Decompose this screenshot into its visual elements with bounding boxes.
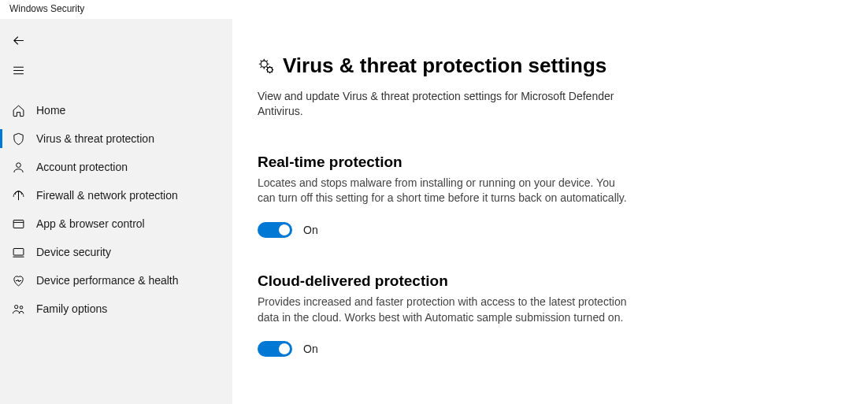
nav-label: Virus & threat protection xyxy=(36,132,154,145)
hamburger-icon xyxy=(12,64,25,77)
app-browser-icon xyxy=(11,217,25,231)
section-cloud: Cloud-delivered protection Provides incr… xyxy=(258,272,628,357)
svg-point-4 xyxy=(20,306,23,309)
nav-label: Account protection xyxy=(36,161,128,173)
section-desc: Provides increased and faster protection… xyxy=(258,295,628,325)
nav-label: Device performance & health xyxy=(36,274,179,287)
nav-label: App & browser control xyxy=(36,217,145,230)
cloud-toggle[interactable] xyxy=(258,341,292,357)
svg-point-5 xyxy=(261,61,267,67)
settings-gear-icon xyxy=(258,57,275,75)
nav-label: Home xyxy=(36,104,65,117)
back-button[interactable] xyxy=(2,25,35,55)
nav-firewall[interactable]: Firewall & network protection xyxy=(0,181,232,209)
nav-label: Firewall & network protection xyxy=(36,189,178,202)
nav-family[interactable]: Family options xyxy=(0,295,232,323)
section-title: Cloud-delivered protection xyxy=(258,272,628,290)
section-title: Real-time protection xyxy=(258,154,628,171)
nav-account[interactable]: Account protection xyxy=(0,153,232,181)
page-header: Virus & threat protection settings xyxy=(258,54,868,78)
toggle-state: On xyxy=(303,224,318,236)
back-arrow-icon xyxy=(12,34,25,47)
nav-home[interactable]: Home xyxy=(0,96,232,124)
nav-device-performance[interactable]: Device performance & health xyxy=(0,266,232,295)
svg-rect-1 xyxy=(13,220,24,228)
app-title: Windows Security xyxy=(0,0,868,19)
nav-app-browser[interactable]: App & browser control xyxy=(0,209,232,238)
shield-icon xyxy=(11,132,25,146)
heart-icon xyxy=(11,273,25,287)
nav-device-security[interactable]: Device security xyxy=(0,238,232,266)
svg-point-6 xyxy=(267,67,272,72)
sidebar: Home Virus & threat protection Account p… xyxy=(0,19,232,404)
network-icon xyxy=(11,188,25,202)
person-icon xyxy=(11,160,25,174)
svg-point-3 xyxy=(14,305,17,308)
family-icon xyxy=(11,302,25,316)
nav-label: Family options xyxy=(36,302,107,315)
nav: Home Virus & threat protection Account p… xyxy=(0,96,232,323)
section-realtime: Real-time protection Locates and stops m… xyxy=(258,154,628,238)
nav-label: Device security xyxy=(36,246,111,258)
nav-virus-threat[interactable]: Virus & threat protection xyxy=(0,124,232,153)
hamburger-button[interactable] xyxy=(2,55,35,85)
main-content: Virus & threat protection settings View … xyxy=(232,19,868,404)
page-title: Virus & threat protection settings xyxy=(283,54,606,78)
device-icon xyxy=(11,245,25,259)
svg-rect-2 xyxy=(13,248,24,255)
section-desc: Locates and stops malware from installin… xyxy=(258,176,628,206)
home-icon xyxy=(11,103,25,117)
realtime-toggle[interactable] xyxy=(258,222,292,238)
page-subtitle: View and update Virus & threat protectio… xyxy=(258,89,620,119)
svg-point-0 xyxy=(16,162,20,167)
toggle-state: On xyxy=(303,343,318,355)
